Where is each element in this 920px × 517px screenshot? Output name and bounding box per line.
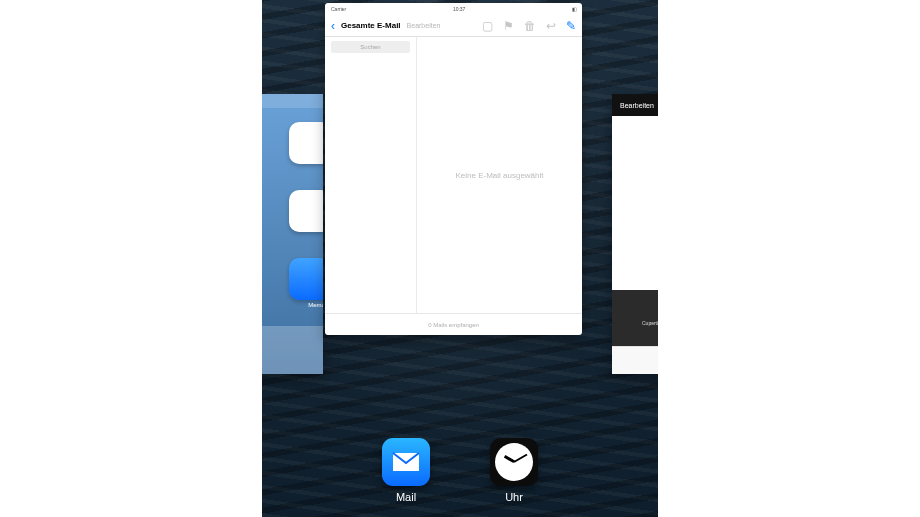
dock-app-clock[interactable]: Uhr — [486, 438, 542, 503]
mail-empty-state: Keine E-Mail ausgewählt — [417, 37, 582, 313]
home-app-icon[interactable] — [289, 190, 323, 232]
compose-icon[interactable]: ✎ — [566, 19, 576, 33]
switcher-dock: Mail Uhr — [262, 438, 658, 503]
mail-icon — [382, 438, 430, 486]
world-clock-list: CupertinoHeute, eine Std. davorPekingHeu… — [612, 116, 658, 290]
switcher-card-home[interactable]: KartenKontakteiTunes StoreMemory — [262, 94, 323, 374]
switcher-card-mail[interactable]: Carrier 10:37 ▮▯ ‹ Gesamte E-Mail Bearbe… — [325, 3, 582, 335]
switcher-card-clock[interactable]: Bearbeiten CupertinoHeute, eine Std. dav… — [612, 94, 658, 374]
clock-tab-bar — [612, 346, 658, 374]
folder-icon[interactable]: ▢ — [482, 19, 493, 33]
clock-city: Cupertino — [612, 180, 658, 187]
dock-app-mail[interactable]: Mail — [378, 438, 434, 503]
mail-footer: 0 Mails empfangen — [325, 313, 582, 335]
world-clock-item[interactable]: CupertinoHeute, eine Std. davor — [612, 116, 658, 203]
mail-title: Gesamte E-Mail — [341, 21, 401, 30]
world-map: Cupertino New York — [612, 290, 658, 346]
clock-subtitle: Heute, eine Std. vor — [612, 276, 658, 282]
search-input[interactable]: Suchen — [331, 41, 410, 53]
home-app-label: Memory — [289, 302, 323, 308]
back-icon[interactable]: ‹ — [331, 19, 335, 33]
home-dock — [262, 326, 323, 374]
battery-icon: ▮▯ — [572, 6, 576, 12]
status-bar: Carrier 10:37 ▮▯ — [325, 3, 582, 15]
status-time: 10:37 — [453, 6, 466, 12]
dock-label: Uhr — [486, 491, 542, 503]
clock-city: Peking — [612, 267, 658, 274]
mail-nav-bar: ‹ Gesamte E-Mail Bearbeiten ▢ ⚑ 🗑 ↩ ✎ — [325, 15, 582, 37]
flag-icon[interactable]: ⚑ — [503, 19, 514, 33]
status-carrier: Carrier — [331, 6, 346, 12]
dock-label: Mail — [378, 491, 434, 503]
clock-edit-button[interactable]: Bearbeiten — [620, 102, 654, 109]
ipad-screen: KartenKontakteiTunes StoreMemory Carrier… — [262, 0, 658, 517]
mail-sidebar: Suchen — [325, 37, 417, 313]
clock-subtitle: Heute, eine Std. davor — [612, 189, 658, 195]
mail-edit-button[interactable]: Bearbeiten — [407, 22, 441, 29]
reply-icon[interactable]: ↩ — [546, 19, 556, 33]
home-app-icon[interactable] — [289, 258, 323, 300]
clock-icon — [490, 438, 538, 486]
trash-icon[interactable]: 🗑 — [524, 19, 536, 33]
home-app-icon[interactable] — [289, 122, 323, 164]
home-icon-grid: KartenKontakteiTunes StoreMemory — [262, 108, 323, 314]
world-clock-item[interactable]: PekingHeute, eine Std. vor — [612, 203, 658, 290]
map-label: Cupertino — [642, 320, 658, 326]
